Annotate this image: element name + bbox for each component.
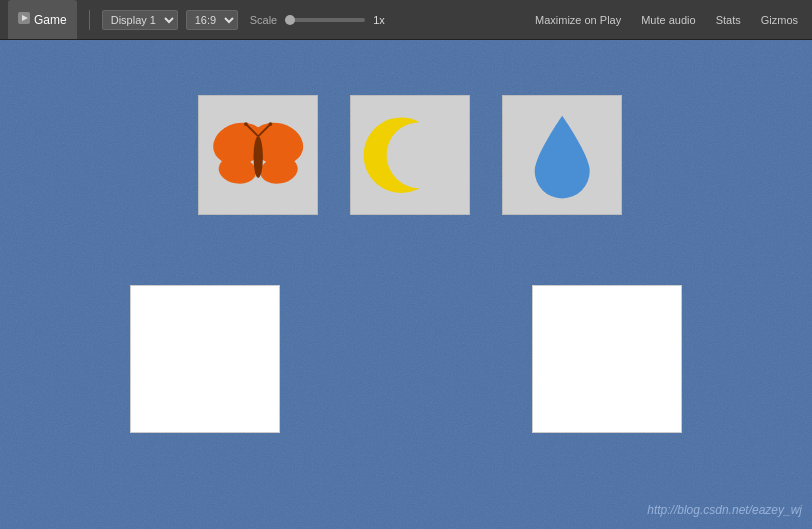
empty-card-1[interactable] xyxy=(130,285,280,433)
butterfly-card[interactable] xyxy=(198,95,318,215)
empty-card-2[interactable] xyxy=(532,285,682,433)
toolbar: Game Display 1 16:9 Scale 1x Maximize on… xyxy=(0,0,812,40)
moon-card[interactable] xyxy=(350,95,470,215)
mute-button[interactable]: Mute audio xyxy=(635,12,701,28)
game-icon xyxy=(18,12,30,27)
aspect-select[interactable]: 16:9 xyxy=(186,10,238,30)
maximize-button[interactable]: Maximize on Play xyxy=(529,12,627,28)
stats-button[interactable]: Stats xyxy=(710,12,747,28)
game-tab-label: Game xyxy=(34,13,67,27)
svg-point-10 xyxy=(268,122,272,126)
scale-slider[interactable] xyxy=(285,18,365,22)
scale-value: 1x xyxy=(373,14,393,26)
svg-point-6 xyxy=(253,136,262,178)
display-select[interactable]: Display 1 xyxy=(102,10,178,30)
svg-point-8 xyxy=(244,122,248,126)
water-card[interactable] xyxy=(502,95,622,215)
watermark: http://blog.csdn.net/eazey_wj xyxy=(647,503,802,517)
scale-label: Scale xyxy=(250,14,278,26)
game-tab[interactable]: Game xyxy=(8,0,77,39)
gizmos-button[interactable]: Gizmos xyxy=(755,12,804,28)
separator-1 xyxy=(89,10,90,30)
game-area: http://blog.csdn.net/eazey_wj xyxy=(0,40,812,529)
